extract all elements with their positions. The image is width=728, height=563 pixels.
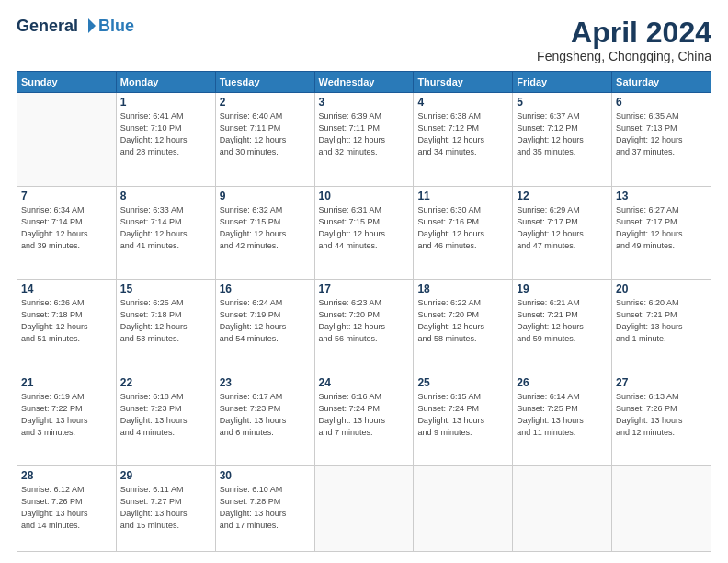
day-number: 17 (319, 282, 410, 295)
calendar-day-cell: 22Sunrise: 6:18 AM Sunset: 7:23 PM Dayli… (116, 373, 215, 465)
weekday-header-cell: Tuesday (215, 72, 314, 93)
calendar-week-row: 7Sunrise: 6:34 AM Sunset: 7:14 PM Daylig… (17, 186, 711, 279)
calendar-day-cell: 25Sunrise: 6:15 AM Sunset: 7:24 PM Dayli… (414, 373, 513, 465)
logo: GeneralBlue (17, 17, 134, 35)
logo-blue-text: Blue (98, 17, 134, 34)
calendar-day-cell: 21Sunrise: 6:19 AM Sunset: 7:22 PM Dayli… (17, 373, 117, 465)
page: GeneralBlue April 2024 Fengsheng, Chongq… (0, 0, 728, 563)
day-number: 21 (21, 376, 112, 389)
day-number: 16 (220, 282, 311, 295)
day-number: 13 (616, 190, 707, 202)
calendar-day-cell: 30Sunrise: 6:10 AM Sunset: 7:28 PM Dayli… (215, 465, 314, 551)
day-info: Sunrise: 6:35 AM Sunset: 7:13 PM Dayligh… (616, 110, 707, 158)
calendar-week-row: 14Sunrise: 6:26 AM Sunset: 7:18 PM Dayli… (17, 280, 711, 373)
calendar-day-cell: 17Sunrise: 6:23 AM Sunset: 7:20 PM Dayli… (314, 280, 414, 373)
day-info: Sunrise: 6:41 AM Sunset: 7:10 PM Dayligh… (120, 110, 211, 158)
day-number: 9 (220, 190, 311, 202)
calendar-day-cell: 7Sunrise: 6:34 AM Sunset: 7:14 PM Daylig… (17, 186, 117, 279)
calendar-day-cell: 3Sunrise: 6:39 AM Sunset: 7:11 PM Daylig… (314, 93, 414, 186)
day-info: Sunrise: 6:27 AM Sunset: 7:17 PM Dayligh… (616, 204, 707, 252)
calendar-day-cell: 24Sunrise: 6:16 AM Sunset: 7:24 PM Dayli… (314, 373, 414, 465)
day-number: 26 (517, 376, 608, 389)
calendar-day-cell (414, 465, 513, 551)
calendar-day-cell: 14Sunrise: 6:26 AM Sunset: 7:18 PM Dayli… (17, 280, 117, 373)
day-number: 10 (319, 190, 410, 202)
day-number: 28 (21, 469, 112, 482)
header: GeneralBlue April 2024 Fengsheng, Chongq… (17, 17, 711, 63)
weekday-header-cell: Thursday (414, 72, 513, 93)
calendar-week-row: 28Sunrise: 6:12 AM Sunset: 7:26 PM Dayli… (17, 465, 711, 551)
day-info: Sunrise: 6:29 AM Sunset: 7:17 PM Dayligh… (517, 204, 608, 252)
calendar-day-cell: 26Sunrise: 6:14 AM Sunset: 7:25 PM Dayli… (513, 373, 612, 465)
day-info: Sunrise: 6:25 AM Sunset: 7:18 PM Dayligh… (120, 297, 211, 345)
calendar-day-cell: 29Sunrise: 6:11 AM Sunset: 7:27 PM Dayli… (116, 465, 215, 551)
calendar-day-cell: 11Sunrise: 6:30 AM Sunset: 7:16 PM Dayli… (414, 186, 513, 279)
day-number: 27 (616, 376, 707, 389)
day-number: 15 (120, 282, 211, 295)
day-number: 12 (517, 190, 608, 202)
calendar-day-cell: 15Sunrise: 6:25 AM Sunset: 7:18 PM Dayli… (116, 280, 215, 373)
day-number: 14 (21, 282, 112, 295)
logo-icon (79, 17, 97, 35)
weekday-header-cell: Wednesday (314, 72, 414, 93)
day-info: Sunrise: 6:20 AM Sunset: 7:21 PM Dayligh… (616, 297, 707, 345)
day-info: Sunrise: 6:30 AM Sunset: 7:16 PM Dayligh… (417, 204, 508, 252)
calendar-day-cell: 8Sunrise: 6:33 AM Sunset: 7:14 PM Daylig… (116, 186, 215, 279)
day-number: 6 (616, 96, 707, 109)
calendar-day-cell (17, 93, 117, 186)
weekday-header-cell: Monday (116, 72, 215, 93)
day-number: 22 (120, 376, 211, 389)
day-info: Sunrise: 6:22 AM Sunset: 7:20 PM Dayligh… (417, 297, 508, 345)
calendar-day-cell (314, 465, 414, 551)
calendar-day-cell: 27Sunrise: 6:13 AM Sunset: 7:26 PM Dayli… (612, 373, 711, 465)
calendar-body: 1Sunrise: 6:41 AM Sunset: 7:10 PM Daylig… (17, 93, 711, 552)
day-info: Sunrise: 6:39 AM Sunset: 7:11 PM Dayligh… (319, 110, 410, 158)
weekday-header-row: SundayMondayTuesdayWednesdayThursdayFrid… (17, 72, 711, 93)
day-info: Sunrise: 6:38 AM Sunset: 7:12 PM Dayligh… (417, 110, 508, 158)
calendar-day-cell: 19Sunrise: 6:21 AM Sunset: 7:21 PM Dayli… (513, 280, 612, 373)
calendar-day-cell: 6Sunrise: 6:35 AM Sunset: 7:13 PM Daylig… (612, 93, 711, 186)
calendar-day-cell: 4Sunrise: 6:38 AM Sunset: 7:12 PM Daylig… (414, 93, 513, 186)
day-number: 29 (120, 469, 211, 482)
day-info: Sunrise: 6:19 AM Sunset: 7:22 PM Dayligh… (21, 391, 112, 439)
day-info: Sunrise: 6:31 AM Sunset: 7:15 PM Dayligh… (319, 204, 410, 252)
calendar-day-cell: 12Sunrise: 6:29 AM Sunset: 7:17 PM Dayli… (513, 186, 612, 279)
day-info: Sunrise: 6:33 AM Sunset: 7:14 PM Dayligh… (120, 204, 211, 252)
day-info: Sunrise: 6:14 AM Sunset: 7:25 PM Dayligh… (517, 391, 608, 439)
day-info: Sunrise: 6:24 AM Sunset: 7:19 PM Dayligh… (220, 297, 311, 345)
day-info: Sunrise: 6:21 AM Sunset: 7:21 PM Dayligh… (517, 297, 608, 345)
day-info: Sunrise: 6:40 AM Sunset: 7:11 PM Dayligh… (220, 110, 311, 158)
weekday-header-cell: Friday (513, 72, 612, 93)
weekday-header-cell: Sunday (17, 72, 117, 93)
calendar-week-row: 1Sunrise: 6:41 AM Sunset: 7:10 PM Daylig… (17, 93, 711, 186)
day-number: 18 (417, 282, 508, 295)
calendar-day-cell: 5Sunrise: 6:37 AM Sunset: 7:12 PM Daylig… (513, 93, 612, 186)
svg-marker-0 (88, 18, 96, 33)
calendar-day-cell: 16Sunrise: 6:24 AM Sunset: 7:19 PM Dayli… (215, 280, 314, 373)
day-info: Sunrise: 6:37 AM Sunset: 7:12 PM Dayligh… (517, 110, 608, 158)
day-info: Sunrise: 6:17 AM Sunset: 7:23 PM Dayligh… (220, 391, 311, 439)
day-number: 2 (220, 96, 311, 109)
subtitle: Fengsheng, Chongqing, China (537, 49, 711, 63)
day-number: 24 (319, 376, 410, 389)
day-number: 25 (417, 376, 508, 389)
calendar-day-cell: 1Sunrise: 6:41 AM Sunset: 7:10 PM Daylig… (116, 93, 215, 186)
day-info: Sunrise: 6:23 AM Sunset: 7:20 PM Dayligh… (319, 297, 410, 345)
day-number: 7 (21, 190, 112, 202)
day-info: Sunrise: 6:26 AM Sunset: 7:18 PM Dayligh… (21, 297, 112, 345)
calendar-day-cell: 28Sunrise: 6:12 AM Sunset: 7:26 PM Dayli… (17, 465, 117, 551)
calendar-day-cell: 10Sunrise: 6:31 AM Sunset: 7:15 PM Dayli… (314, 186, 414, 279)
day-number: 20 (616, 282, 707, 295)
day-info: Sunrise: 6:13 AM Sunset: 7:26 PM Dayligh… (616, 391, 707, 439)
calendar-day-cell: 9Sunrise: 6:32 AM Sunset: 7:15 PM Daylig… (215, 186, 314, 279)
logo-general-text: General (17, 17, 78, 34)
calendar-day-cell (513, 465, 612, 551)
calendar-table: SundayMondayTuesdayWednesdayThursdayFrid… (17, 71, 711, 552)
day-info: Sunrise: 6:18 AM Sunset: 7:23 PM Dayligh… (120, 391, 211, 439)
day-number: 23 (220, 376, 311, 389)
weekday-header-cell: Saturday (612, 72, 711, 93)
day-info: Sunrise: 6:32 AM Sunset: 7:15 PM Dayligh… (220, 204, 311, 252)
calendar-day-cell: 2Sunrise: 6:40 AM Sunset: 7:11 PM Daylig… (215, 93, 314, 186)
calendar-week-row: 21Sunrise: 6:19 AM Sunset: 7:22 PM Dayli… (17, 373, 711, 465)
day-info: Sunrise: 6:16 AM Sunset: 7:24 PM Dayligh… (319, 391, 410, 439)
